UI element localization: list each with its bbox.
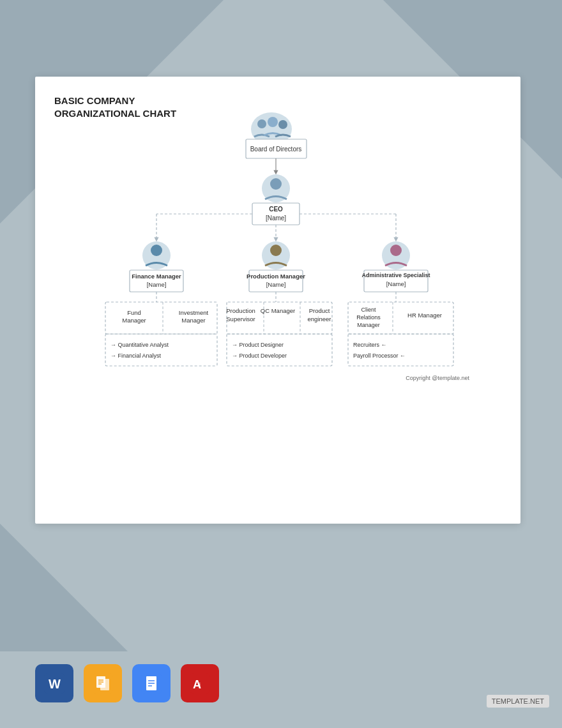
svg-text:[Name]: [Name] <box>147 281 167 288</box>
svg-text:Administrative Specialist: Administrative Specialist <box>361 272 430 278</box>
svg-rect-39 <box>105 334 217 366</box>
svg-point-1 <box>257 119 266 128</box>
svg-text:CEO: CEO <box>269 206 283 213</box>
svg-text:[Name]: [Name] <box>266 281 286 288</box>
svg-text:→ Quantitative Analyst: → Quantitative Analyst <box>110 342 169 348</box>
svg-text:Relations: Relations <box>356 314 381 321</box>
svg-text:HR Manager: HR Manager <box>407 312 442 319</box>
svg-text:engineer: engineer <box>308 315 331 322</box>
svg-text:[Name]: [Name] <box>386 280 406 287</box>
svg-point-28 <box>390 245 402 256</box>
word-icon[interactable]: W <box>35 664 73 702</box>
svg-text:→ Financial Analyst: → Financial Analyst <box>110 353 162 359</box>
svg-point-3 <box>278 120 287 129</box>
pages-icon[interactable] <box>84 664 122 702</box>
docs-icon[interactable] <box>132 664 171 702</box>
svg-text:QC Manager: QC Manager <box>261 307 295 314</box>
svg-rect-61 <box>348 334 453 366</box>
bg-shape-bottom-left <box>0 524 128 651</box>
svg-text:→ Product Developer: → Product Developer <box>232 353 287 359</box>
svg-text:Copyright @template.net: Copyright @template.net <box>406 375 469 381</box>
svg-text:Board of Directors: Board of Directors <box>250 146 302 153</box>
svg-text:Client: Client <box>361 307 376 313</box>
svg-text:Manager: Manager <box>181 317 206 324</box>
svg-point-2 <box>268 117 278 127</box>
svg-text:Manager: Manager <box>122 317 146 324</box>
svg-point-18 <box>151 245 162 256</box>
svg-text:Production: Production <box>226 307 255 314</box>
svg-text:Production Manager: Production Manager <box>247 273 305 280</box>
svg-text:i: i <box>199 681 201 690</box>
svg-rect-51 <box>227 334 332 366</box>
svg-point-8 <box>270 178 282 190</box>
svg-text:Recruiters ←: Recruiters ← <box>353 342 387 348</box>
svg-text:Supervisor: Supervisor <box>226 315 255 322</box>
acrobat-icon[interactable]: A i <box>181 664 219 702</box>
main-card: BASIC COMPANY ORGANIZATIONAL CHART Board… <box>35 77 520 524</box>
app-icons-bar: W A i <box>35 664 219 702</box>
org-chart-svg: Board of Directors CEO [Name] Finance Ma… <box>35 89 520 517</box>
svg-text:Investment: Investment <box>179 309 209 316</box>
svg-point-23 <box>270 245 282 256</box>
svg-text:Manager: Manager <box>357 322 380 328</box>
svg-text:Fund: Fund <box>127 309 141 316</box>
svg-text:[Name]: [Name] <box>266 215 286 222</box>
template-badge: TEMPLATE.NET <box>487 695 549 708</box>
svg-text:Finance Manager: Finance Manager <box>132 273 181 280</box>
svg-text:Payroll Processor ←: Payroll Processor ← <box>353 353 406 359</box>
svg-text:→ Product Designer: → Product Designer <box>232 342 284 348</box>
svg-text:Product: Product <box>309 307 330 314</box>
svg-text:W: W <box>49 677 61 691</box>
